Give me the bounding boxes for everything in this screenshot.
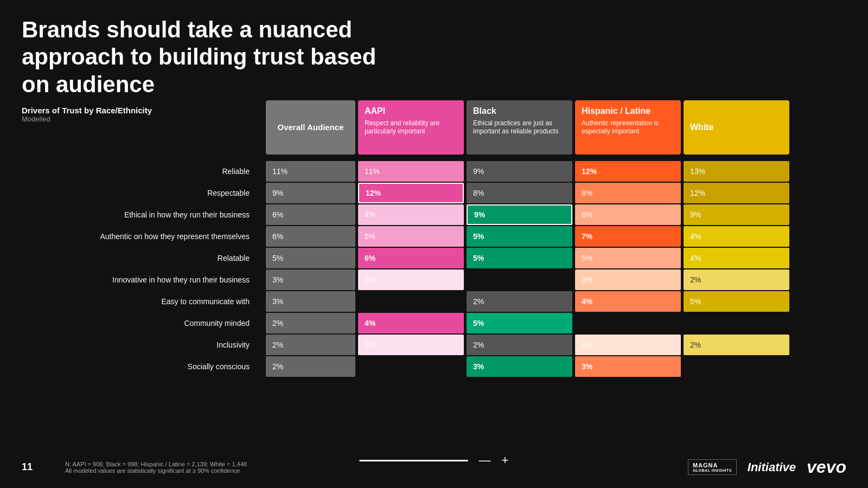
header-black-sub: Ethical practices are just as important …: [473, 119, 566, 136]
cell-overall: 6%: [266, 226, 355, 247]
cell-aapi: 3%: [358, 269, 464, 290]
cell-overall: 3%: [266, 291, 355, 312]
row-label: Easy to communicate with: [0, 291, 260, 312]
row-label: Innovative in how they run their busines…: [0, 269, 260, 290]
header-hispanic-sub: Authentic representation is especially i…: [582, 119, 674, 136]
header-aapi-sub: Respect and reliability are particularly…: [365, 119, 457, 136]
row-label: Socially conscious: [0, 356, 260, 377]
cell-hispanic: 3%: [575, 269, 681, 290]
page-number: 11: [22, 461, 33, 473]
plus-button[interactable]: +: [502, 453, 509, 467]
cell-hispanic: 8%: [575, 183, 681, 203]
cell-overall: 6%: [266, 204, 355, 225]
cell-white: 2%: [684, 335, 789, 355]
cell-black: [467, 269, 572, 290]
cell-black: 8%: [467, 183, 572, 203]
table-row: Easy to communicate with3%2%4%5%: [266, 291, 846, 312]
row-label: Respectable: [0, 183, 260, 203]
cell-black: 3%: [467, 356, 572, 377]
cell-hispanic: 12%: [575, 161, 681, 182]
cell-hispanic: 2%: [575, 335, 681, 355]
title-line1: Brands should take a nuanced: [22, 17, 352, 42]
cell-aapi: 12%: [358, 183, 464, 203]
cell-overall: 5%: [266, 248, 355, 268]
cell-hispanic: 4%: [575, 291, 681, 312]
cell-white: 12%: [684, 183, 789, 203]
row-label: Authentic on how they represent themselv…: [0, 226, 260, 247]
cell-aapi: 5%: [358, 226, 464, 247]
table-row: Relatable5%6%5%5%4%: [266, 248, 846, 268]
cell-hispanic: [575, 313, 681, 333]
cell-aapi: 3%: [358, 335, 464, 355]
header-overall: Overall Audience: [266, 100, 355, 155]
footer-logos: MAGNA GLOBAL INSIGHTS Initiative vevo: [688, 457, 846, 477]
cell-black: 9%: [467, 204, 572, 225]
header-white-title: White: [690, 122, 714, 133]
cell-hispanic: 7%: [575, 226, 681, 247]
cell-overall: 11%: [266, 161, 355, 182]
cell-overall: 2%: [266, 356, 355, 377]
cell-overall: 3%: [266, 269, 355, 290]
cell-black: 9%: [467, 161, 572, 182]
cell-hispanic: 3%: [575, 356, 681, 377]
cell-black: 5%: [467, 226, 572, 247]
footer: 11 N: AAPI = 906; Black = 998; Hispanic …: [22, 457, 846, 477]
initiative-logo: Initiative: [748, 460, 796, 474]
cell-white: 4%: [684, 248, 789, 268]
cell-white: 9%: [684, 204, 789, 225]
table-row: Reliable11%11%9%12%13%: [266, 161, 846, 182]
cell-overall: 2%: [266, 313, 355, 333]
data-table: Overall Audience AAPI Respect and reliab…: [266, 100, 846, 378]
cell-aapi: [358, 291, 464, 312]
row-label: Community minded: [0, 313, 260, 333]
header-black: Black Ethical practices are just as impo…: [467, 100, 572, 155]
row-label: Inclusivity: [0, 335, 260, 355]
subtitle-label: Drivers of Trust by Race/Ethnicity: [22, 106, 152, 115]
cell-white: [684, 313, 789, 333]
header-white: White: [684, 100, 789, 155]
progress-bar: [360, 460, 468, 461]
cell-aapi: 4%: [358, 204, 464, 225]
title-line3: on audience: [22, 72, 155, 97]
subtitle-section: Drivers of Trust by Race/Ethnicity Model…: [22, 106, 152, 123]
table-row: Ethical in how they run their business6%…: [266, 204, 846, 225]
cell-black: 5%: [467, 313, 572, 333]
cell-aapi: 6%: [358, 248, 464, 268]
cell-overall: 2%: [266, 335, 355, 355]
row-label: Ethical in how they run their business: [0, 204, 260, 225]
title-line2: approach to building trust based: [22, 44, 376, 69]
table-row: Respectable9%12%8%8%12%: [266, 183, 846, 203]
cell-aapi: 4%: [358, 313, 464, 333]
page-title: Brands should take a nuanced approach to…: [22, 16, 376, 98]
cell-white: 2%: [684, 269, 789, 290]
subtitle-modelled: Modelled: [22, 115, 152, 123]
table-row: Community minded2%4%5%: [266, 313, 846, 333]
table-header-row: Overall Audience AAPI Respect and reliab…: [266, 100, 846, 155]
row-label: Reliable: [0, 161, 260, 182]
magna-logo: MAGNA GLOBAL INSIGHTS: [688, 459, 737, 475]
footer-note-line2: All modeled values are statistically sig…: [65, 467, 688, 474]
cell-aapi: 11%: [358, 161, 464, 182]
table-row: Innovative in how they run their busines…: [266, 269, 846, 290]
minus-button[interactable]: —: [479, 453, 491, 467]
cell-hispanic: 5%: [575, 248, 681, 268]
cell-aapi: [358, 356, 464, 377]
table-row: Authentic on how they represent themselv…: [266, 226, 846, 247]
progress-controls: — +: [360, 453, 509, 467]
header-hispanic: Hispanic / Latine Authentic representati…: [575, 100, 681, 155]
cell-white: 4%: [684, 226, 789, 247]
header-aapi-title: AAPI: [365, 106, 457, 117]
cell-hispanic: 6%: [575, 204, 681, 225]
row-label: Relatable: [0, 248, 260, 268]
cell-white: 13%: [684, 161, 789, 182]
header-black-title: Black: [473, 106, 566, 117]
vevo-logo: vevo: [807, 457, 846, 477]
table-row: Socially conscious2%3%3%: [266, 356, 846, 377]
cell-white: [684, 356, 789, 377]
cell-black: 5%: [467, 248, 572, 268]
table-body: Reliable11%11%9%12%13%Respectable9%12%8%…: [266, 161, 846, 377]
cell-black: 2%: [467, 335, 572, 355]
table-row: Inclusivity2%3%2%2%2%: [266, 335, 846, 355]
header-hispanic-title: Hispanic / Latine: [582, 106, 674, 117]
cell-overall: 9%: [266, 183, 355, 203]
